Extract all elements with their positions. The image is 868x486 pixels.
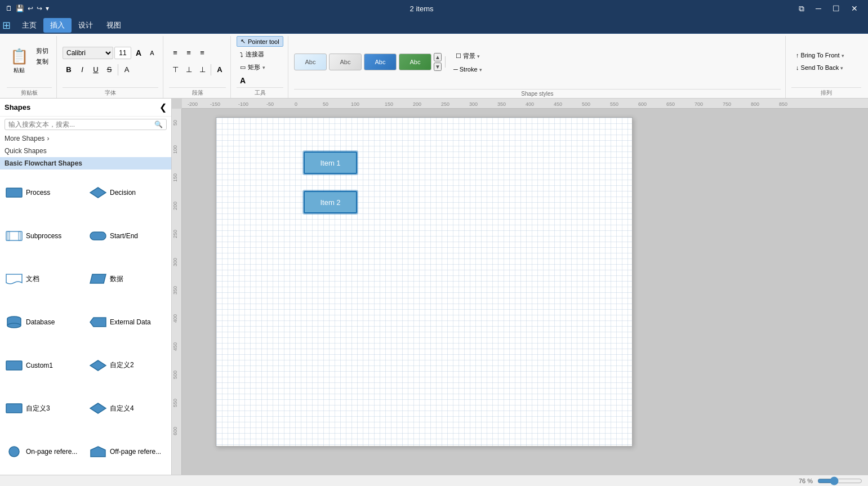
align-top-button[interactable]: ⊤ <box>169 64 181 76</box>
shape-item-custom3[interactable]: 自定义3 <box>2 387 85 430</box>
shape-item-process[interactable]: Process <box>2 172 85 214</box>
ruler-v-ticks: 50 100 150 200 250 300 350 400 450 500 5… <box>172 109 182 447</box>
undo-icon[interactable]: ↩ <box>28 5 33 12</box>
shape-tool-button[interactable]: ▭ 矩形 ▾ <box>237 62 283 73</box>
ribbon: 📋 粘贴 剪切 复制 剪贴板 Calibri <box>0 34 868 99</box>
shape-style-3[interactable]: Abc <box>364 53 397 70</box>
minimize-button[interactable]: ─ <box>811 3 826 15</box>
align-right-button[interactable]: ≡ <box>196 47 208 59</box>
font-family-select[interactable]: Calibri <box>63 47 113 59</box>
shape-item-external-data[interactable]: External Data <box>86 301 169 344</box>
shape-style-4[interactable]: Abc <box>399 53 431 70</box>
align-left-button[interactable]: ≡ <box>169 47 181 59</box>
shape-item-data[interactable]: 数据 <box>86 258 169 300</box>
font-size-input[interactable] <box>114 47 131 59</box>
search-icon: 🔍 <box>154 121 163 128</box>
svg-rect-2 <box>6 231 22 240</box>
sidebar-collapse-button[interactable]: ❮ <box>159 102 167 113</box>
svg-text:650: 650 <box>666 101 675 107</box>
stroke-button[interactable]: ─ Stroke ▾ <box>449 64 487 74</box>
diagram-item-2[interactable]: Item 2 <box>304 191 357 213</box>
shape-item-offpage[interactable]: Off-page refere... <box>86 430 169 472</box>
cut-button[interactable]: 剪切 <box>33 46 52 56</box>
diagram-item-1[interactable]: Item 1 <box>304 151 357 174</box>
document-label: 文档 <box>26 274 39 284</box>
menu-item-design[interactable]: 设计 <box>72 18 100 33</box>
font-color-button[interactable]: A <box>121 64 133 76</box>
vertical-ruler: 50 100 150 200 250 300 350 400 450 500 5… <box>172 109 182 475</box>
shape-item-database[interactable]: Database <box>2 301 85 344</box>
svg-marker-12 <box>90 318 106 327</box>
shape-item-custom4[interactable]: 自定义4 <box>86 387 169 430</box>
sidebar-item-more-shapes[interactable]: More Shapes › <box>0 132 171 145</box>
bring-to-front-button[interactable]: ↑ Bring To Front ▾ <box>791 50 849 60</box>
shape-item-custom2[interactable]: 自定义2 <box>86 344 169 386</box>
process-label: Process <box>26 189 50 197</box>
svg-rect-5 <box>90 232 106 240</box>
svg-text:100: 100 <box>172 145 178 154</box>
menu-item-view[interactable]: 视图 <box>100 18 128 33</box>
svg-point-17 <box>9 447 19 457</box>
close-button[interactable]: ✕ <box>847 3 862 15</box>
text-size-button[interactable]: A <box>213 64 226 76</box>
quick-save-icon[interactable]: 💾 <box>16 5 24 12</box>
sidebar-item-basic-flowchart[interactable]: Basic Flowchart Shapes <box>0 157 171 170</box>
copy-button[interactable]: 复制 <box>33 56 52 67</box>
shape-icon: ▭ <box>240 64 246 71</box>
svg-text:350: 350 <box>172 286 178 295</box>
decision-label: Decision <box>110 189 136 197</box>
font-shrink-button[interactable]: A <box>146 47 158 59</box>
shape-item-decision[interactable]: Decision <box>86 172 169 214</box>
italic-button[interactable]: I <box>76 64 88 76</box>
shape-item-onpage[interactable]: On-page refere... <box>2 430 85 472</box>
shape-style-2[interactable]: Abc <box>329 53 362 70</box>
align-middle-button[interactable]: ⊥ <box>182 64 195 76</box>
maximize-button[interactable]: ☐ <box>828 3 844 15</box>
zoom-slider[interactable] <box>817 476 862 485</box>
paste-button[interactable]: 📋 粘贴 <box>7 46 32 77</box>
more-shapes-label: More Shapes <box>5 135 44 142</box>
custom3-icon <box>6 402 23 414</box>
shape-style-1[interactable]: Abc <box>294 53 327 70</box>
shape-item-subprocess[interactable]: Subprocess <box>2 215 85 257</box>
svg-text:300: 300 <box>469 101 478 107</box>
external-data-icon <box>90 316 106 328</box>
canvas-viewport[interactable]: Item 1 Item 2 <box>182 109 868 475</box>
font-label: 字体 <box>63 87 158 98</box>
styles-scroll-down[interactable]: ▼ <box>434 63 442 71</box>
svg-text:600: 600 <box>638 101 647 107</box>
strikethrough-button[interactable]: S <box>103 64 115 76</box>
bold-button[interactable]: B <box>63 64 75 76</box>
svg-marker-1 <box>90 188 106 198</box>
custom4-icon <box>90 402 106 414</box>
shape-item-custom1[interactable]: Custom1 <box>2 344 85 386</box>
menu-item-insert[interactable]: 插入 <box>43 18 72 33</box>
tools-group: ↖ Pointer tool ⤵ 连接器 ▭ 矩形 ▾ A 工具 <box>232 36 288 98</box>
title-bar-left: 🗒 💾 ↩ ↪ ▾ <box>6 5 49 12</box>
styles-scroll-up[interactable]: ▲ <box>434 53 442 61</box>
sidebar-item-quick-shapes[interactable]: Quick Shapes <box>0 145 171 157</box>
search-input[interactable] <box>8 121 154 128</box>
svg-text:50: 50 <box>172 120 178 126</box>
arrange-label: 排列 <box>791 87 861 98</box>
database-label: Database <box>26 318 55 326</box>
align-bottom-button[interactable]: ⊥ <box>196 64 208 76</box>
svg-text:800: 800 <box>751 101 759 107</box>
dropdown-icon[interactable]: ▾ <box>46 5 49 12</box>
connector-tool-button[interactable]: ⤵ 连接器 <box>237 49 283 60</box>
clipboard-label: 剪贴板 <box>7 87 52 98</box>
menu-item-home[interactable]: 主页 <box>15 18 43 33</box>
background-button[interactable]: ☐ 背景 ▾ <box>449 50 487 62</box>
shape-item-document[interactable]: 文档 <box>2 258 85 300</box>
pointer-tool-button[interactable]: ↖ Pointer tool <box>237 36 283 47</box>
font-grow-button[interactable]: A <box>132 47 145 59</box>
text-tool-button[interactable]: A <box>237 75 249 86</box>
redo-icon[interactable]: ↪ <box>37 5 42 12</box>
send-to-back-button[interactable]: ↓ Send To Back ▾ <box>791 63 848 73</box>
restore-window-button[interactable]: ⧉ <box>794 3 809 15</box>
shape-item-start-end[interactable]: Start/End <box>86 215 169 257</box>
underline-button[interactable]: U <box>90 64 102 76</box>
align-center-button[interactable]: ≡ <box>182 47 195 59</box>
canvas-page[interactable]: Item 1 Item 2 <box>216 117 633 447</box>
svg-text:450: 450 <box>172 342 178 351</box>
